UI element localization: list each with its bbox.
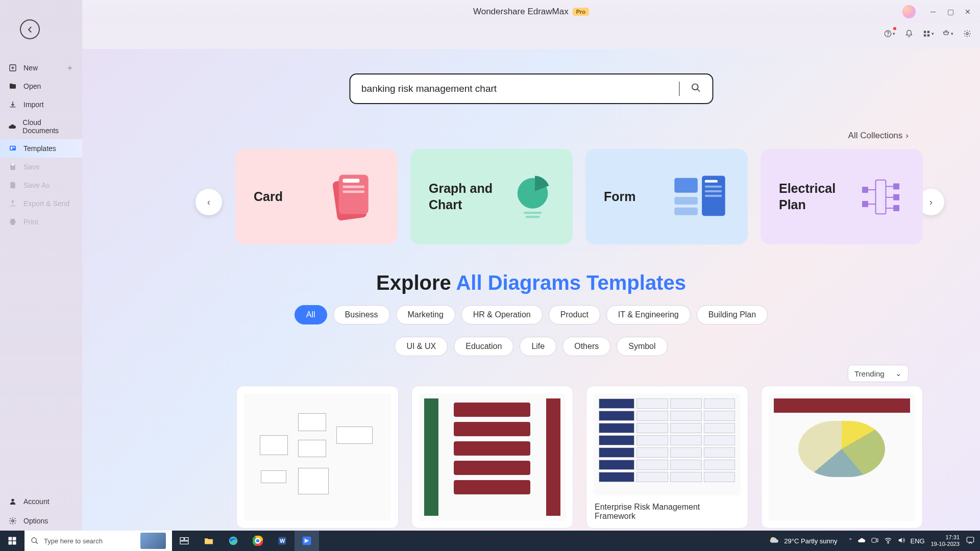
category-electrical[interactable]: Electrical Plan	[761, 149, 923, 244]
template-preview	[419, 393, 566, 521]
pill-life[interactable]: Life	[520, 337, 556, 356]
sidebar-item-print[interactable]: Print	[0, 213, 82, 231]
sidebar-item-templates[interactable]: Templates	[0, 139, 82, 158]
task-view-button[interactable]	[172, 531, 197, 551]
gear-icon[interactable]	[962, 28, 973, 39]
svg-rect-42	[180, 538, 184, 541]
template-card[interactable]: Enterprise Risk Management Framework	[586, 386, 748, 529]
all-collections-link[interactable]: All Collections ›	[848, 131, 909, 141]
sidebar-item-label: Print	[23, 218, 38, 226]
tray-wifi-icon[interactable]	[884, 536, 892, 546]
svg-point-41	[32, 538, 36, 542]
shop-icon[interactable]: ▾	[942, 28, 953, 39]
svg-point-50	[256, 539, 260, 543]
start-button[interactable]	[0, 531, 24, 551]
sidebar-item-label: New	[23, 64, 38, 72]
clock-time: 17:31	[931, 534, 960, 541]
svg-rect-24	[674, 197, 698, 205]
svg-point-56	[888, 542, 888, 543]
template-card[interactable]	[236, 386, 399, 529]
category-prev-button[interactable]: ‹	[195, 189, 222, 215]
sidebar-item-save[interactable]: Save	[0, 158, 82, 176]
tray-meet-icon[interactable]	[871, 536, 879, 546]
category-graph[interactable]: Graph and Chart	[410, 149, 573, 244]
svg-rect-27	[705, 180, 718, 182]
svg-rect-35	[893, 194, 899, 200]
word-button[interactable]: W	[270, 531, 295, 551]
pill-others[interactable]: Others	[562, 337, 610, 356]
explore-heading: Explore All Diagrams Templates	[82, 271, 980, 294]
help-icon[interactable]: ▾	[884, 28, 895, 39]
clock-date: 19-10-2023	[931, 541, 960, 547]
maximize-button[interactable]: ▢	[945, 7, 955, 17]
category-card[interactable]: Card	[235, 149, 398, 244]
tray-lang[interactable]: ENG	[911, 537, 925, 545]
search-button[interactable]	[691, 83, 701, 95]
circuit-icon	[857, 165, 904, 229]
sidebar-item-new[interactable]: New ＋	[0, 59, 82, 77]
svg-rect-33	[862, 201, 868, 207]
tray-notifications-icon[interactable]	[966, 536, 975, 546]
pill-education[interactable]: Education	[454, 337, 513, 356]
search-input[interactable]	[361, 83, 672, 94]
avatar[interactable]	[902, 5, 916, 18]
sidebar-item-open[interactable]: Open	[0, 77, 82, 95]
svg-point-12	[11, 499, 14, 502]
svg-point-45	[229, 537, 238, 545]
system-tray: ˄ ENG	[849, 536, 925, 546]
pill-business[interactable]: Business	[333, 305, 390, 324]
svg-rect-38	[13, 537, 16, 541]
sidebar-item-label: Export & Send	[23, 199, 69, 208]
form-icon	[670, 165, 729, 229]
taskbar: Type here to search W 29°C Partly sunny …	[0, 531, 980, 551]
edrawmax-button[interactable]	[295, 531, 319, 551]
svg-rect-37	[9, 537, 12, 541]
chevron-right-icon: ›	[905, 131, 909, 141]
sidebar-item-options[interactable]: Options	[0, 511, 82, 531]
pill-it[interactable]: IT & Engineering	[606, 305, 691, 324]
bell-icon[interactable]	[903, 28, 915, 39]
minimize-button[interactable]: ─	[928, 7, 938, 17]
pill-marketing[interactable]: Marketing	[396, 305, 455, 324]
close-button[interactable]: ✕	[963, 7, 973, 17]
sort-dropdown[interactable]: Trending ⌄	[848, 365, 909, 382]
tray-volume-icon[interactable]	[897, 536, 905, 546]
svg-point-14	[692, 84, 698, 90]
sidebar-item-export[interactable]: Export & Send	[0, 194, 82, 213]
svg-point-6	[966, 33, 968, 35]
notification-dot	[893, 27, 896, 30]
category-form[interactable]: Form	[585, 149, 748, 244]
pill-uiux[interactable]: UI & UX	[395, 337, 448, 356]
svg-rect-18	[342, 185, 364, 188]
file-explorer-button[interactable]	[197, 531, 221, 551]
pill-all[interactable]: All	[295, 305, 327, 324]
tray-onedrive-icon[interactable]	[857, 536, 866, 546]
taskbar-clock[interactable]: 17:31 19-10-2023	[931, 534, 960, 547]
pill-product[interactable]: Product	[549, 305, 600, 324]
back-button[interactable]	[20, 19, 40, 39]
sidebar-item-label: Open	[23, 82, 41, 90]
chrome-button[interactable]	[246, 531, 270, 551]
add-new-icon[interactable]: ＋	[66, 63, 74, 73]
svg-rect-23	[674, 178, 698, 192]
all-collections-label: All Collections	[848, 131, 903, 141]
search-bar[interactable]	[349, 73, 713, 104]
template-card[interactable]	[411, 386, 574, 529]
edge-button[interactable]	[221, 531, 246, 551]
svg-rect-17	[342, 179, 359, 183]
sidebar-item-label: Cloud Documents	[22, 118, 74, 135]
sidebar-item-account[interactable]: Account	[0, 492, 82, 511]
taskbar-search[interactable]: Type here to search	[24, 531, 172, 551]
pill-hr[interactable]: HR & Operation	[461, 305, 543, 324]
sidebar-item-import[interactable]: Import	[0, 95, 82, 114]
pill-building[interactable]: Building Plan	[697, 305, 768, 324]
app-title: Wondershare EdrawMax	[473, 7, 569, 17]
template-preview	[769, 393, 916, 521]
sidebar-item-saveas[interactable]: Save As	[0, 176, 82, 194]
sidebar-item-cloud[interactable]: Cloud Documents	[0, 114, 82, 139]
template-card[interactable]	[761, 386, 923, 529]
taskbar-weather[interactable]: 29°C Partly sunny	[769, 535, 837, 546]
pill-symbol[interactable]: Symbol	[617, 337, 667, 356]
apps-icon[interactable]: ▾	[923, 28, 934, 39]
tray-chevron-icon[interactable]: ˄	[849, 537, 852, 545]
